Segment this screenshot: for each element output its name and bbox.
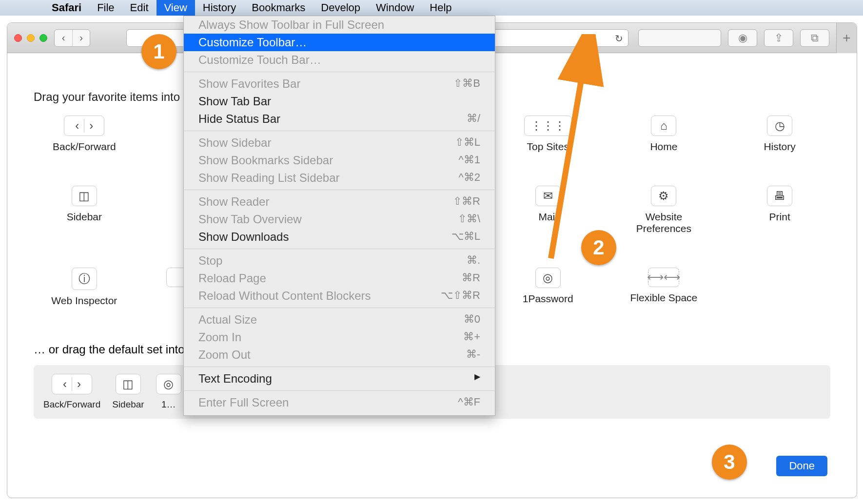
menu-history[interactable]: History: [195, 0, 244, 16]
palette-item-label: History: [764, 141, 795, 153]
forward-button[interactable]: ›: [72, 30, 90, 46]
palette-item-home[interactable]: ⌂Home: [613, 116, 715, 176]
menu-item-show-bookmarks-sidebar: Show Bookmarks Sidebar^⌘1: [184, 152, 495, 169]
menu-item-always-show-toolbar-in-full-screen: Always Show Toolbar in Full Screen: [184, 16, 495, 34]
menu-item-show-tab-bar[interactable]: Show Tab Bar: [184, 93, 495, 110]
palette-item-print[interactable]: 🖶Print: [729, 186, 830, 258]
callout-1: 1: [141, 34, 177, 69]
palette-item-top-sites[interactable]: ⋮⋮⋮Top Sites: [497, 116, 599, 176]
reload-icon[interactable]: ↻: [615, 33, 623, 44]
menu-item-reload-page: Reload Page⌘R: [184, 270, 495, 287]
menu-help[interactable]: Help: [422, 0, 459, 16]
palette-item-flexible-space[interactable]: ⟷Flexible Space: [613, 268, 715, 330]
palette-item-history[interactable]: ◷History: [729, 116, 830, 176]
close-window-button[interactable]: [14, 34, 22, 42]
menu-item-show-downloads[interactable]: Show Downloads⌥⌘L: [184, 228, 495, 246]
toolbar-blank-slot[interactable]: [638, 29, 721, 47]
menubar: Safari File Edit View History Bookmarks …: [0, 0, 863, 16]
menu-item-show-tab-overview: Show Tab Overview⇧⌘\: [184, 211, 495, 228]
menu-item-text-encoding[interactable]: Text Encoding▶: [184, 370, 495, 388]
palette-item-label: Home: [650, 141, 677, 153]
default-item-back-forward[interactable]: ‹›Back/Forward: [43, 374, 100, 410]
menu-item-show-reader: Show Reader⇧⌘R: [184, 193, 495, 211]
callout-3: 3: [712, 445, 747, 480]
palette-item-back-forward[interactable]: ‹›Back/Forward: [34, 116, 135, 176]
downloads-button[interactable]: ◉: [728, 29, 757, 47]
menu-item-customize-toolbar[interactable]: Customize Toolbar…: [184, 34, 495, 51]
menu-item-hide-status-bar[interactable]: Hide Status Bar⌘/: [184, 110, 495, 128]
palette-item-label: Mail: [538, 211, 557, 223]
palette-item-label: 1Password: [523, 293, 573, 305]
tabs-button[interactable]: ⧉: [800, 29, 829, 47]
menu-item-reload-without-content-blockers: Reload Without Content Blockers⌥⇧⌘R: [184, 287, 495, 305]
palette-item-website-preferences[interactable]: ⚙Website Preferences: [613, 186, 715, 258]
new-tab-button[interactable]: +: [836, 23, 857, 53]
palette-item-label: Top Sites: [527, 141, 569, 153]
palette-item-label: Back/Forward: [53, 141, 116, 153]
palette-item-label: Sidebar: [67, 211, 102, 223]
menu-view[interactable]: View: [157, 0, 195, 16]
menu-develop[interactable]: Develop: [313, 0, 368, 16]
menu-edit[interactable]: Edit: [122, 0, 157, 16]
back-forward-buttons[interactable]: ‹ ›: [54, 29, 90, 47]
default-item-[interactable]: ◎1…: [156, 374, 181, 410]
menu-item-show-favorites-bar: Show Favorites Bar⇧⌘B: [184, 75, 495, 93]
palette-item-password[interactable]: ◎1Password: [497, 268, 599, 330]
palette-item-label: Website Preferences: [636, 211, 691, 234]
menu-item-show-sidebar: Show Sidebar⇧⌘L: [184, 134, 495, 152]
palette-item-web-inspector[interactable]: ⓘWeb Inspector: [34, 268, 135, 330]
zoom-window-button[interactable]: [39, 34, 47, 42]
menu-item-customize-touch-bar: Customize Touch Bar…: [184, 51, 495, 69]
palette-item-label: Web Inspector: [51, 295, 117, 307]
menu-app[interactable]: Safari: [44, 0, 89, 16]
back-button[interactable]: ‹: [55, 30, 72, 46]
menu-window[interactable]: Window: [368, 0, 422, 16]
menu-bookmarks[interactable]: Bookmarks: [244, 0, 313, 16]
menu-item-enter-full-screen: Enter Full Screen^⌘F: [184, 394, 495, 411]
share-button[interactable]: ⇪: [764, 29, 793, 47]
palette-item-label: Flexible Space: [630, 292, 698, 304]
menu-item-zoom-in: Zoom In⌘+: [184, 329, 495, 346]
menu-item-stop: Stop⌘.: [184, 252, 495, 270]
default-item-sidebar[interactable]: ◫Sidebar: [112, 374, 144, 410]
palette-item-sidebar[interactable]: ◫Sidebar: [34, 186, 135, 258]
menu-item-actual-size: Actual Size⌘0: [184, 311, 495, 329]
done-button[interactable]: Done: [776, 456, 827, 476]
minimize-window-button[interactable]: [27, 34, 35, 42]
menu-file[interactable]: File: [89, 0, 122, 16]
menu-item-show-reading-list-sidebar: Show Reading List Sidebar^⌘2: [184, 169, 495, 187]
palette-item-label: Print: [769, 211, 790, 223]
menu-item-zoom-out: Zoom Out⌘-: [184, 346, 495, 364]
callout-2: 2: [581, 230, 616, 265]
view-menu-dropdown: Always Show Toolbar in Full ScreenCustom…: [183, 16, 495, 416]
